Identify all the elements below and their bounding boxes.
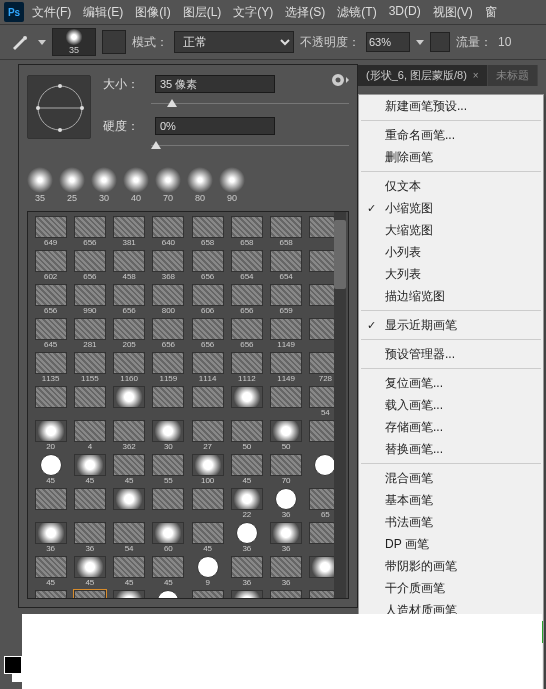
brush-preset[interactable]: 36 [32, 522, 69, 554]
blend-mode-select[interactable]: 正常 [174, 31, 294, 53]
brush-preset[interactable]: 658 [228, 216, 265, 248]
opacity-input[interactable] [366, 32, 410, 52]
foreground-color-swatch[interactable] [4, 656, 22, 674]
menu-item[interactable]: 替换画笔... [359, 438, 543, 460]
brush-preset[interactable]: 659 [268, 284, 305, 316]
brush-preset[interactable]: 9 [111, 590, 148, 599]
brush-preset[interactable]: 1155 [71, 352, 108, 384]
brush-preset[interactable]: 656 [228, 318, 265, 350]
brush-preset-picker[interactable]: 35 [52, 28, 96, 56]
size-input[interactable] [155, 75, 275, 93]
brush-preset[interactable] [150, 488, 187, 520]
brush-preset[interactable] [189, 386, 226, 418]
menu-item[interactable]: 显示近期画笔 [359, 314, 543, 336]
tool-dropdown-arrow[interactable] [38, 40, 46, 45]
hardness-slider[interactable] [151, 141, 349, 151]
brush-preset[interactable]: 1160 [111, 352, 148, 384]
brush-preset[interactable]: 800 [150, 284, 187, 316]
brush-preset[interactable]: 654 [268, 250, 305, 282]
brush-preset[interactable]: 1159 [150, 352, 187, 384]
brush-preset[interactable]: 654 [228, 250, 265, 282]
brush-preset[interactable]: 50 [268, 420, 305, 452]
brush-preset[interactable]: 656 [228, 284, 265, 316]
document-tab-inactive[interactable]: 未标题 [488, 65, 538, 86]
brush-preset[interactable]: 205 [111, 318, 148, 350]
brush-preset[interactable]: 656 [71, 216, 108, 248]
brush-preset[interactable]: 60 [150, 522, 187, 554]
brush-preset[interactable] [150, 386, 187, 418]
recent-brush[interactable]: 70 [155, 167, 181, 203]
brush-preset[interactable]: 362 [111, 420, 148, 452]
menu-item[interactable]: 书法画笔 [359, 511, 543, 533]
menu-item[interactable]: 重命名画笔... [359, 124, 543, 146]
document-tab[interactable]: (形状_6, 图层蒙版/8) × [358, 65, 488, 86]
menu-item[interactable]: 小缩览图 [359, 197, 543, 219]
brush-preset[interactable]: 36 [71, 522, 108, 554]
menu-item[interactable]: 载入画笔... [359, 394, 543, 416]
brush-preset[interactable]: 1135 [32, 352, 69, 384]
brush-preset[interactable]: 45 [189, 522, 226, 554]
brush-preset[interactable]: 458 [111, 250, 148, 282]
brush-preset[interactable]: 9 [189, 556, 226, 588]
menu-item[interactable]: 干介质画笔 [359, 577, 543, 599]
brush-preset[interactable]: 656 [189, 318, 226, 350]
menu-item[interactable]: 图像(I) [129, 2, 176, 23]
menu-item[interactable]: 小列表 [359, 241, 543, 263]
brush-preset[interactable]: 990 [71, 284, 108, 316]
brush-preset[interactable]: 45 [111, 454, 148, 486]
menu-item[interactable]: 视图(V) [427, 2, 479, 23]
brush-preset[interactable]: 45 [32, 556, 69, 588]
menu-item[interactable]: 选择(S) [279, 2, 331, 23]
brush-preset[interactable] [111, 386, 148, 418]
brush-preset[interactable]: 45 [32, 454, 69, 486]
brush-preset[interactable]: 368 [150, 250, 187, 282]
menu-item[interactable]: 带阴影的画笔 [359, 555, 543, 577]
brush-preset[interactable]: 70 [268, 454, 305, 486]
menu-item[interactable]: 滤镜(T) [331, 2, 382, 23]
brush-preset[interactable]: 45 [71, 556, 108, 588]
brush-preset[interactable]: 54 [111, 522, 148, 554]
brush-preset[interactable]: 36 [268, 556, 305, 588]
brush-preset[interactable]: 22 [228, 488, 265, 520]
recent-brush[interactable]: 35 [27, 167, 53, 203]
brush-preset[interactable]: 281 [71, 318, 108, 350]
hardness-input[interactable] [155, 117, 275, 135]
brush-preset[interactable]: 1149 [268, 318, 305, 350]
brush-preset[interactable]: 640 [150, 216, 187, 248]
brush-preset[interactable]: 9 [71, 590, 108, 599]
brush-preset[interactable]: 606 [189, 284, 226, 316]
brush-preset[interactable] [32, 386, 69, 418]
menu-item[interactable]: 预设管理器... [359, 343, 543, 365]
brush-preset[interactable] [268, 386, 305, 418]
brush-preset[interactable]: 658 [268, 216, 305, 248]
brush-grid-scrollbar[interactable] [334, 212, 346, 598]
brush-preset[interactable]: 381 [111, 216, 148, 248]
brush-preset[interactable]: 55 [150, 454, 187, 486]
close-tab-icon[interactable]: × [473, 70, 479, 81]
brush-preset[interactable]: 45 [150, 556, 187, 588]
brush-preset[interactable] [32, 488, 69, 520]
menu-item[interactable]: 文件(F) [26, 2, 77, 23]
brush-preset[interactable] [228, 386, 265, 418]
menu-item[interactable]: 3D(D) [383, 2, 427, 23]
menu-item[interactable]: 仅文本 [359, 175, 543, 197]
menu-item[interactable]: 基本画笔 [359, 489, 543, 511]
recent-brush[interactable]: 80 [187, 167, 213, 203]
brush-preset[interactable]: 656 [32, 284, 69, 316]
brush-preset[interactable]: 45 [111, 556, 148, 588]
recent-brush[interactable]: 40 [123, 167, 149, 203]
canvas[interactable] [22, 614, 542, 689]
recent-brush[interactable]: 30 [91, 167, 117, 203]
menu-item[interactable]: 新建画笔预设... [359, 95, 543, 117]
brush-preset[interactable]: 20 [32, 420, 69, 452]
brush-preset[interactable]: 656 [189, 250, 226, 282]
brush-preset[interactable]: 36 [268, 522, 305, 554]
brush-preset[interactable] [71, 488, 108, 520]
brush-preset[interactable]: 30 [150, 420, 187, 452]
brush-preset[interactable]: 18 [32, 590, 69, 599]
size-slider[interactable] [151, 99, 349, 109]
brush-preset[interactable]: 36 [228, 590, 265, 599]
opacity-dropdown[interactable] [416, 40, 424, 45]
menu-item[interactable]: 图层(L) [177, 2, 228, 23]
brush-preset[interactable]: 36 [268, 488, 305, 520]
